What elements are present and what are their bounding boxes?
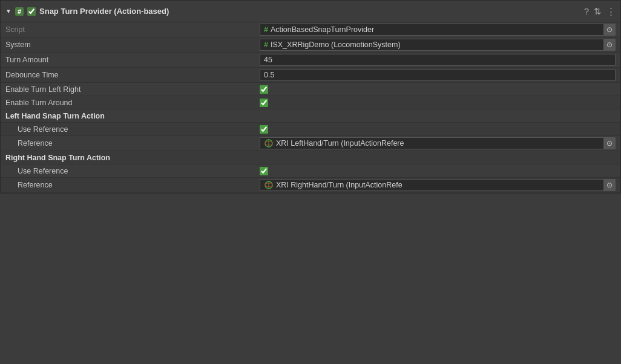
component-title: Snap Turn Provider (Action-based) xyxy=(39,7,580,16)
right-reference-select-button[interactable]: ⊙ xyxy=(603,179,616,191)
left-use-reference-value xyxy=(260,125,616,134)
right-use-reference-row: Use Reference xyxy=(1,164,620,178)
left-reference-value: XRI LeftHand/Turn (InputActionRefere ⊙ xyxy=(260,137,616,149)
left-reference-field[interactable]: XRI LeftHand/Turn (InputActionRefere xyxy=(260,137,603,149)
script-select-button[interactable]: ⊙ xyxy=(603,24,616,36)
left-reference-select-button[interactable]: ⊙ xyxy=(603,137,616,149)
left-hand-section-label: Left Hand Snap Turn Action xyxy=(5,112,260,120)
left-use-reference-label: Use Reference xyxy=(5,125,260,134)
script-field-text: ActionBasedSnapTurnProvider xyxy=(271,25,374,34)
script-value: # ActionBasedSnapTurnProvider ⊙ xyxy=(260,24,616,36)
debounce-time-text: 0.5 xyxy=(264,71,274,79)
left-use-reference-checkbox[interactable] xyxy=(260,125,268,134)
script-field: # ActionBasedSnapTurnProvider xyxy=(260,24,603,36)
enable-turn-around-label: Enable Turn Around xyxy=(5,99,260,107)
script-label: Script xyxy=(5,25,260,34)
right-use-reference-label: Use Reference xyxy=(5,167,260,175)
right-reference-label: Reference xyxy=(5,181,260,189)
enable-turn-lr-label: Enable Turn Left Right xyxy=(5,85,260,94)
component-panel: ▼ # Snap Turn Provider (Action-based) ? … xyxy=(0,0,621,193)
collapse-arrow[interactable]: ▼ xyxy=(5,8,12,15)
enable-turn-lr-row: Enable Turn Left Right xyxy=(1,83,620,96)
script-hash-icon: # xyxy=(264,25,268,34)
right-reference-field[interactable]: XRI RightHand/Turn (InputActionRefe xyxy=(260,179,603,191)
enable-turn-around-value xyxy=(260,99,616,107)
system-row: System # ISX_XRRigDemo (LocomotionSystem… xyxy=(1,37,620,53)
debounce-time-value: 0.5 xyxy=(260,69,616,81)
left-reference-label: Reference xyxy=(5,139,260,148)
turn-amount-field[interactable]: 45 xyxy=(260,54,616,66)
enable-turn-around-checkbox[interactable] xyxy=(260,99,268,107)
enable-turn-around-row: Enable Turn Around xyxy=(1,96,620,109)
turn-amount-label: Turn Amount xyxy=(5,56,260,64)
turn-amount-row: Turn Amount 45 xyxy=(1,53,620,68)
system-label: System xyxy=(5,41,260,49)
header-icons: ? ⇅ ⋮ xyxy=(584,6,616,17)
component-body: Script # ActionBasedSnapTurnProvider ⊙ S… xyxy=(1,22,620,193)
left-hand-section-row: Left Hand Snap Turn Action xyxy=(1,109,620,123)
right-xr-object-icon xyxy=(264,180,274,190)
left-xr-object-icon xyxy=(264,138,274,148)
debounce-time-row: Debounce Time 0.5 xyxy=(1,68,620,83)
debounce-time-label: Debounce Time xyxy=(5,71,260,79)
more-icon[interactable]: ⋮ xyxy=(606,6,616,17)
settings-icon[interactable]: ⇅ xyxy=(594,6,602,17)
right-reference-text: XRI RightHand/Turn (InputActionRefe xyxy=(276,181,402,189)
component-header: ▼ # Snap Turn Provider (Action-based) ? … xyxy=(1,1,620,22)
debounce-time-field[interactable]: 0.5 xyxy=(260,69,616,81)
system-field-text: ISX_XRRigDemo (LocomotionSystem) xyxy=(271,41,401,49)
turn-amount-text: 45 xyxy=(264,56,272,64)
left-reference-row: Reference XRI LeftHand/Turn (InputAction… xyxy=(1,136,620,151)
enable-turn-lr-checkbox[interactable] xyxy=(260,85,268,94)
left-use-reference-row: Use Reference xyxy=(1,123,620,136)
system-hash-icon: # xyxy=(264,41,268,49)
enable-turn-lr-value xyxy=(260,85,616,94)
right-reference-row: Reference XRI RightHand/Turn (InputActio… xyxy=(1,178,620,193)
script-row: Script # ActionBasedSnapTurnProvider ⊙ xyxy=(1,22,620,37)
component-enabled-checkbox[interactable] xyxy=(27,7,36,16)
help-icon[interactable]: ? xyxy=(584,6,589,16)
system-value: # ISX_XRRigDemo (LocomotionSystem) ⊙ xyxy=(260,39,616,51)
right-use-reference-checkbox[interactable] xyxy=(260,167,268,175)
right-reference-value: XRI RightHand/Turn (InputActionRefe ⊙ xyxy=(260,179,616,191)
left-reference-text: XRI LeftHand/Turn (InputActionRefere xyxy=(276,139,404,148)
turn-amount-value: 45 xyxy=(260,54,616,66)
system-select-button[interactable]: ⊙ xyxy=(603,39,616,51)
hash-badge: # xyxy=(15,7,24,16)
right-use-reference-value xyxy=(260,167,616,175)
right-hand-section-label: Right Hand Snap Turn Action xyxy=(5,154,260,162)
right-hand-section-row: Right Hand Snap Turn Action xyxy=(1,151,620,164)
system-field[interactable]: # ISX_XRRigDemo (LocomotionSystem) xyxy=(260,39,603,51)
